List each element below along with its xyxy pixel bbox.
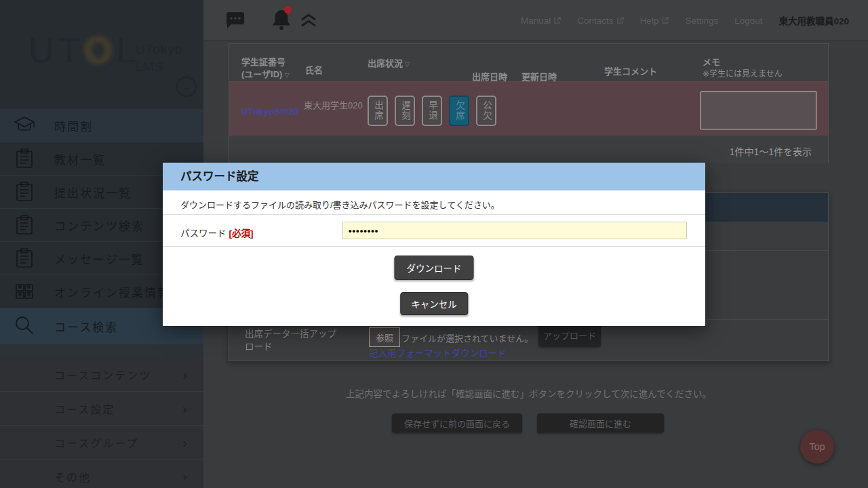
sort-icon: ▽ — [405, 61, 410, 68]
header-links: Manual Contacts Help Settings Logout 東大用… — [521, 0, 849, 41]
sidebar-item-others[interactable]: その他 › — [0, 460, 203, 488]
chat-icon — [225, 12, 245, 30]
logo-o-ring: O — [84, 30, 116, 70]
cancel-button[interactable]: キャンセル — [400, 292, 468, 315]
student-row: UTokyoSt020 東大用学生020 出席 遅刻 早退 欠席 公欠 — [229, 81, 828, 135]
sidebar-course-menu: コースコンテンツ › コース設定 › コースグループ › その他 › — [0, 358, 203, 488]
chevron-right-icon: › — [182, 468, 187, 484]
sidebar-item-course-settings[interactable]: コース設定 › — [0, 392, 203, 426]
col-student-comment: 学生コメント — [604, 64, 657, 77]
bulk-upload-label: 出席データ一括アップロード — [245, 328, 336, 354]
status-button-excused[interactable]: 公欠 — [476, 96, 496, 126]
modal-description: ダウンロードするファイルの読み取り/書き込みパスワードを設定してください。 — [163, 190, 705, 215]
password-setting-modal: パスワード設定 ダウンロードするファイルの読み取り/書き込みパスワードを設定して… — [163, 163, 705, 326]
logout-link[interactable]: Logout — [734, 16, 762, 26]
chevron-right-icon: › — [182, 434, 187, 450]
magnifier-icon — [12, 314, 37, 338]
external-link-icon — [661, 17, 669, 24]
required-badge: [必須] — [229, 228, 254, 239]
attendance-table-header: 学生証番号 (ユーザID)▽ 氏名 出席状況▽ 出席日時 更新日時 学生コメント… — [229, 44, 828, 81]
clipboard-icon — [12, 146, 37, 171]
format-download-link[interactable]: 記入用フォーマットダウンロード — [369, 346, 507, 359]
status-button-absent-selected[interactable]: 欠席 — [449, 96, 469, 126]
scroll-to-top-button[interactable]: Top — [800, 430, 834, 464]
sidebar-collapse-button[interactable]: ← — [176, 77, 197, 97]
upload-button[interactable]: アップロード — [538, 324, 601, 346]
col-name: 氏名 — [305, 63, 323, 76]
back-without-save-button[interactable]: 保存せずに前の画面に戻る — [392, 413, 522, 432]
external-link-icon — [553, 17, 561, 24]
utol-logo: UTOL — [28, 30, 141, 70]
app-root: UTOL UTokyo LMS ← 時間割 教材一覧 — [0, 0, 868, 488]
password-field-row: パスワード[必須] — [163, 215, 705, 247]
chevron-right-icon: › — [182, 367, 187, 382]
modal-header: パスワード設定 — [163, 163, 705, 190]
download-button[interactable]: ダウンロード — [395, 256, 474, 280]
attendance-table: 学生証番号 (ユーザID)▽ 氏名 出席状況▽ 出席日時 更新日時 学生コメント… — [229, 43, 829, 163]
manual-link[interactable]: Manual — [521, 16, 561, 26]
notification-badge — [284, 6, 292, 14]
clipboard-icon — [12, 213, 37, 237]
col-student-id: 学生証番号 — [241, 55, 285, 68]
modal-title: パスワード設定 — [163, 163, 705, 190]
online-class-icon — [12, 279, 37, 304]
chevron-right-icon: › — [182, 401, 187, 416]
attendance-table-footer: 1件中1〜1件を表示 — [229, 135, 828, 163]
bulk-upload-row: 出席データ一括アップロード 参照 ファイルが選択されていません。 アップロード … — [229, 320, 828, 361]
external-link-icon — [616, 17, 624, 24]
no-file-selected-text: ファイルが選択されていません。 — [401, 331, 533, 344]
settings-link[interactable]: Settings — [685, 16, 718, 26]
top-header: Manual Contacts Help Settings Logout 東大用… — [203, 0, 868, 41]
col-memo-note: ※学生には見えません — [703, 67, 783, 79]
sidebar-item-course-group[interactable]: コースグループ › — [0, 426, 203, 460]
clipboard-icon — [12, 180, 37, 204]
logged-in-user: 東大用教職員020 — [778, 14, 849, 27]
student-name: 東大用学生020 — [304, 100, 363, 112]
memo-textarea[interactable] — [701, 92, 816, 129]
browse-file-button[interactable]: 参照 — [369, 327, 400, 347]
contacts-link[interactable]: Contacts — [577, 16, 623, 26]
status-button-late[interactable]: 遅刻 — [395, 96, 415, 126]
status-button-early-leave[interactable]: 早退 — [422, 96, 442, 126]
col-student-id-2[interactable]: (ユーザID)▽ — [241, 67, 289, 80]
graduation-cap-icon — [12, 113, 37, 138]
proceed-to-confirm-button[interactable]: 確認画面に進む — [537, 413, 664, 432]
chat-button[interactable] — [225, 12, 245, 30]
double-chevron-up-icon — [300, 13, 317, 28]
result-count: 1件中1〜1件を表示 — [730, 144, 812, 158]
sort-icon: ▽ — [284, 72, 289, 79]
logo-subtitle: UTokyo LMS — [136, 41, 182, 75]
password-input[interactable] — [342, 222, 687, 239]
collapse-header-button[interactable] — [300, 13, 317, 28]
password-label: パスワード[必須] — [180, 226, 254, 239]
sidebar-item-course-contents[interactable]: コースコンテンツ › — [0, 358, 203, 392]
col-status[interactable]: 出席状況▽ — [368, 56, 410, 69]
col-memo: メモ — [703, 55, 720, 68]
help-link[interactable]: Help — [640, 16, 669, 26]
sidebar-divider — [0, 344, 203, 358]
sidebar-item-timetable[interactable]: 時間割 — [0, 109, 203, 142]
status-button-present[interactable]: 出席 — [368, 96, 388, 126]
student-id-link[interactable]: UTokyoSt020 — [241, 106, 299, 117]
confirm-instruction-text: 上記内容でよろしければ「確認画面に進む」ボタンをクリックして次に進んでください。 — [229, 386, 829, 400]
clipboard-icon — [12, 246, 37, 270]
